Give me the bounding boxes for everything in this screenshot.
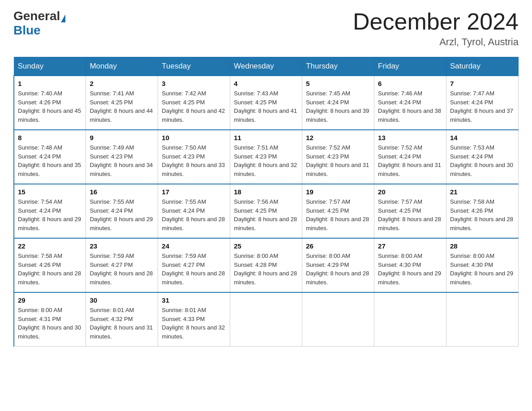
calendar-week-row: 8Sunrise: 7:48 AMSunset: 4:24 PMDaylight…	[14, 130, 519, 184]
day-number: 13	[378, 134, 442, 141]
day-info: Sunrise: 7:59 AMSunset: 4:27 PMDaylight:…	[162, 252, 226, 287]
table-row: 22Sunrise: 7:58 AMSunset: 4:26 PMDayligh…	[14, 238, 86, 292]
table-row: 27Sunrise: 8:00 AMSunset: 4:30 PMDayligh…	[374, 238, 446, 292]
table-row: 31Sunrise: 8:01 AMSunset: 4:33 PMDayligh…	[158, 292, 230, 347]
day-info: Sunrise: 7:48 AMSunset: 4:24 PMDaylight:…	[18, 143, 82, 178]
calendar-header-row: Sunday Monday Tuesday Wednesday Thursday…	[14, 57, 519, 76]
day-info: Sunrise: 7:53 AMSunset: 4:24 PMDaylight:…	[450, 143, 515, 178]
table-row: 28Sunrise: 8:00 AMSunset: 4:30 PMDayligh…	[446, 238, 519, 292]
day-info: Sunrise: 7:57 AMSunset: 4:25 PMDaylight:…	[378, 197, 442, 232]
logo-blue-text: Blue	[13, 23, 41, 38]
table-row	[230, 292, 302, 347]
logo-triangle-icon	[61, 14, 65, 22]
day-number: 7	[450, 80, 515, 87]
col-wednesday: Wednesday	[230, 57, 302, 76]
table-row: 24Sunrise: 7:59 AMSunset: 4:27 PMDayligh…	[158, 238, 230, 292]
table-row: 26Sunrise: 8:00 AMSunset: 4:29 PMDayligh…	[302, 238, 374, 292]
day-number: 30	[90, 296, 154, 304]
table-row: 10Sunrise: 7:50 AMSunset: 4:23 PMDayligh…	[158, 130, 230, 184]
table-row: 17Sunrise: 7:55 AMSunset: 4:24 PMDayligh…	[158, 184, 230, 238]
table-row: 16Sunrise: 7:55 AMSunset: 4:24 PMDayligh…	[86, 184, 158, 238]
day-number: 24	[162, 242, 226, 250]
table-row: 30Sunrise: 8:01 AMSunset: 4:32 PMDayligh…	[86, 292, 158, 347]
day-info: Sunrise: 8:00 AMSunset: 4:29 PMDaylight:…	[306, 252, 370, 287]
table-row: 18Sunrise: 7:56 AMSunset: 4:25 PMDayligh…	[230, 184, 302, 238]
page-header: General Blue December 2024 Arzl, Tyrol, …	[13, 9, 519, 48]
day-number: 29	[18, 296, 82, 304]
day-info: Sunrise: 8:01 AMSunset: 4:32 PMDaylight:…	[90, 306, 154, 341]
day-info: Sunrise: 7:55 AMSunset: 4:24 PMDaylight:…	[162, 197, 226, 232]
day-info: Sunrise: 7:40 AMSunset: 4:26 PMDaylight:…	[18, 89, 82, 124]
day-number: 5	[306, 80, 370, 87]
day-number: 19	[306, 188, 370, 196]
calendar-week-row: 15Sunrise: 7:54 AMSunset: 4:24 PMDayligh…	[14, 184, 519, 238]
table-row: 4Sunrise: 7:43 AMSunset: 4:25 PMDaylight…	[230, 76, 302, 130]
day-info: Sunrise: 8:00 AMSunset: 4:30 PMDaylight:…	[378, 252, 442, 287]
calendar-week-row: 22Sunrise: 7:58 AMSunset: 4:26 PMDayligh…	[14, 238, 519, 292]
table-row: 21Sunrise: 7:58 AMSunset: 4:26 PMDayligh…	[446, 184, 519, 238]
day-number: 4	[234, 80, 298, 87]
day-number: 16	[90, 188, 154, 196]
day-number: 2	[90, 80, 154, 87]
day-info: Sunrise: 7:58 AMSunset: 4:26 PMDaylight:…	[18, 252, 82, 287]
table-row	[374, 292, 446, 347]
day-number: 10	[162, 134, 226, 141]
day-info: Sunrise: 8:00 AMSunset: 4:30 PMDaylight:…	[450, 252, 515, 287]
day-info: Sunrise: 7:57 AMSunset: 4:25 PMDaylight:…	[306, 197, 370, 232]
logo-general-text: General	[13, 9, 60, 23]
day-number: 14	[450, 134, 515, 141]
day-info: Sunrise: 7:54 AMSunset: 4:24 PMDaylight:…	[18, 197, 82, 232]
day-number: 6	[378, 80, 442, 87]
table-row: 6Sunrise: 7:46 AMSunset: 4:24 PMDaylight…	[374, 76, 446, 130]
day-number: 15	[18, 188, 82, 196]
table-row: 12Sunrise: 7:52 AMSunset: 4:23 PMDayligh…	[302, 130, 374, 184]
day-info: Sunrise: 7:45 AMSunset: 4:24 PMDaylight:…	[306, 89, 370, 124]
table-row	[446, 292, 519, 347]
table-row	[302, 292, 374, 347]
day-info: Sunrise: 7:43 AMSunset: 4:25 PMDaylight:…	[234, 89, 298, 124]
logo: General Blue	[13, 9, 65, 38]
col-sunday: Sunday	[14, 57, 86, 76]
day-info: Sunrise: 7:56 AMSunset: 4:25 PMDaylight:…	[234, 197, 298, 232]
table-row: 23Sunrise: 7:59 AMSunset: 4:27 PMDayligh…	[86, 238, 158, 292]
day-number: 3	[162, 80, 226, 87]
day-info: Sunrise: 7:47 AMSunset: 4:24 PMDaylight:…	[450, 89, 515, 124]
col-saturday: Saturday	[446, 57, 519, 76]
day-info: Sunrise: 7:49 AMSunset: 4:23 PMDaylight:…	[90, 143, 154, 178]
day-info: Sunrise: 7:52 AMSunset: 4:24 PMDaylight:…	[378, 143, 442, 178]
table-row: 14Sunrise: 7:53 AMSunset: 4:24 PMDayligh…	[446, 130, 519, 184]
day-number: 9	[90, 134, 154, 141]
table-row: 19Sunrise: 7:57 AMSunset: 4:25 PMDayligh…	[302, 184, 374, 238]
day-info: Sunrise: 7:50 AMSunset: 4:23 PMDaylight:…	[162, 143, 226, 178]
table-row: 3Sunrise: 7:42 AMSunset: 4:25 PMDaylight…	[158, 76, 230, 130]
day-info: Sunrise: 7:51 AMSunset: 4:23 PMDaylight:…	[234, 143, 298, 178]
table-row: 9Sunrise: 7:49 AMSunset: 4:23 PMDaylight…	[86, 130, 158, 184]
month-title: December 2024	[353, 9, 519, 34]
day-number: 25	[234, 242, 298, 250]
day-info: Sunrise: 7:41 AMSunset: 4:25 PMDaylight:…	[90, 89, 154, 124]
col-tuesday: Tuesday	[158, 57, 230, 76]
col-thursday: Thursday	[302, 57, 374, 76]
day-info: Sunrise: 7:58 AMSunset: 4:26 PMDaylight:…	[450, 197, 515, 232]
day-number: 1	[18, 80, 82, 87]
calendar-table: Sunday Monday Tuesday Wednesday Thursday…	[13, 57, 519, 347]
table-row: 11Sunrise: 7:51 AMSunset: 4:23 PMDayligh…	[230, 130, 302, 184]
day-info: Sunrise: 7:55 AMSunset: 4:24 PMDaylight:…	[90, 197, 154, 232]
day-number: 20	[378, 188, 442, 196]
logo-row: General	[13, 9, 65, 23]
table-row: 5Sunrise: 7:45 AMSunset: 4:24 PMDaylight…	[302, 76, 374, 130]
day-info: Sunrise: 8:01 AMSunset: 4:33 PMDaylight:…	[162, 306, 226, 341]
day-info: Sunrise: 7:52 AMSunset: 4:23 PMDaylight:…	[306, 143, 370, 178]
table-row: 7Sunrise: 7:47 AMSunset: 4:24 PMDaylight…	[446, 76, 519, 130]
day-number: 21	[450, 188, 515, 196]
day-number: 28	[450, 242, 515, 250]
day-number: 18	[234, 188, 298, 196]
day-number: 17	[162, 188, 226, 196]
title-block: December 2024 Arzl, Tyrol, Austria	[353, 9, 519, 48]
day-number: 31	[162, 296, 226, 304]
table-row: 8Sunrise: 7:48 AMSunset: 4:24 PMDaylight…	[14, 130, 86, 184]
table-row: 20Sunrise: 7:57 AMSunset: 4:25 PMDayligh…	[374, 184, 446, 238]
day-number: 26	[306, 242, 370, 250]
table-row: 2Sunrise: 7:41 AMSunset: 4:25 PMDaylight…	[86, 76, 158, 130]
table-row: 15Sunrise: 7:54 AMSunset: 4:24 PMDayligh…	[14, 184, 86, 238]
